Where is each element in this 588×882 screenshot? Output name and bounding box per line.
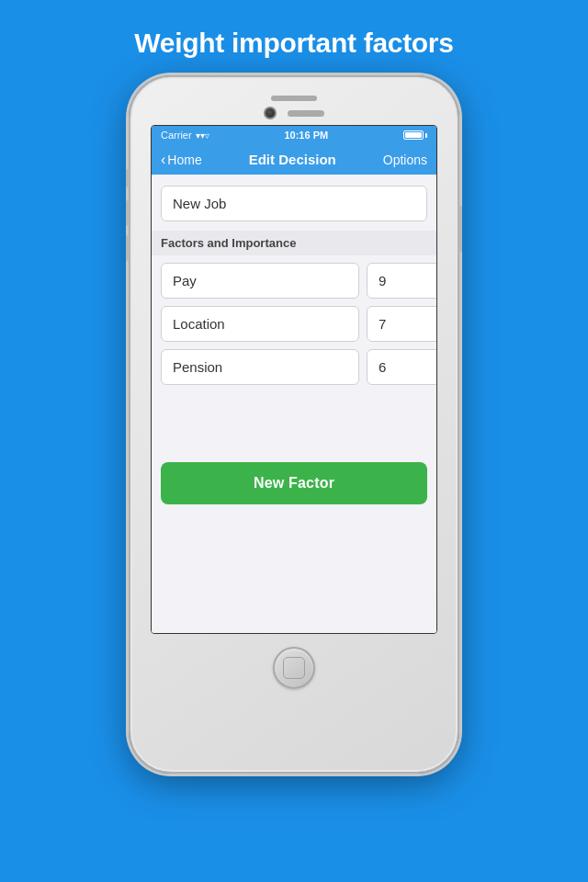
phone-shell: Carrier ▾▾▿ 10:16 PM ‹ Home Edit Decisio… bbox=[129, 75, 459, 774]
phone-top bbox=[130, 88, 458, 125]
back-chevron-icon: ‹ bbox=[161, 153, 165, 167]
volume-down-button bbox=[126, 235, 130, 261]
content-inner: Factors and Importance bbox=[152, 175, 436, 407]
mute-button bbox=[126, 169, 130, 187]
factor-name-input-pension[interactable] bbox=[161, 349, 359, 385]
front-sensor bbox=[288, 110, 324, 117]
battery-indicator bbox=[403, 130, 427, 140]
battery-tip bbox=[425, 133, 427, 138]
options-button[interactable]: Options bbox=[383, 153, 427, 167]
decision-name-input[interactable] bbox=[161, 186, 427, 221]
back-label: Home bbox=[167, 153, 201, 167]
phone-bottom bbox=[273, 634, 315, 698]
speaker-slot bbox=[271, 96, 317, 101]
factor-row bbox=[161, 306, 427, 342]
carrier-label: Carrier bbox=[161, 130, 192, 141]
side-buttons-left bbox=[126, 169, 130, 261]
factor-row bbox=[161, 263, 427, 299]
camera-row bbox=[264, 107, 324, 119]
factor-row bbox=[161, 349, 427, 385]
power-button bbox=[458, 206, 462, 252]
battery-fill bbox=[405, 132, 422, 138]
factor-value-input-location[interactable] bbox=[367, 306, 436, 342]
factor-value-input-pension[interactable] bbox=[367, 349, 436, 385]
status-bar: Carrier ▾▾▿ 10:16 PM bbox=[152, 126, 436, 144]
factors-list bbox=[161, 263, 427, 385]
volume-up-button bbox=[126, 200, 130, 226]
btn-area: New Factor bbox=[152, 462, 436, 519]
nav-bar: ‹ Home Edit Decision Options bbox=[152, 144, 436, 175]
status-time: 10:16 PM bbox=[284, 130, 328, 141]
new-factor-button[interactable]: New Factor bbox=[161, 462, 427, 504]
factor-value-input-pay[interactable] bbox=[367, 263, 436, 299]
battery-body bbox=[403, 130, 424, 140]
factor-name-input-location[interactable] bbox=[161, 306, 359, 342]
screen-content: Factors and Importance bbox=[152, 175, 436, 633]
home-button-inner bbox=[283, 657, 305, 679]
factor-name-input-pay[interactable] bbox=[161, 263, 359, 299]
home-button[interactable] bbox=[273, 647, 315, 689]
page-title: Weight important factors bbox=[134, 28, 453, 59]
phone-screen: Carrier ▾▾▿ 10:16 PM ‹ Home Edit Decisio… bbox=[151, 125, 437, 634]
front-camera bbox=[264, 107, 277, 119]
status-carrier: Carrier ▾▾▿ bbox=[161, 130, 209, 141]
nav-title: Edit Decision bbox=[249, 152, 336, 167]
section-label: Factors and Importance bbox=[152, 231, 436, 255]
back-button[interactable]: ‹ Home bbox=[161, 153, 202, 167]
wifi-icon: ▾▾▿ bbox=[196, 130, 209, 141]
